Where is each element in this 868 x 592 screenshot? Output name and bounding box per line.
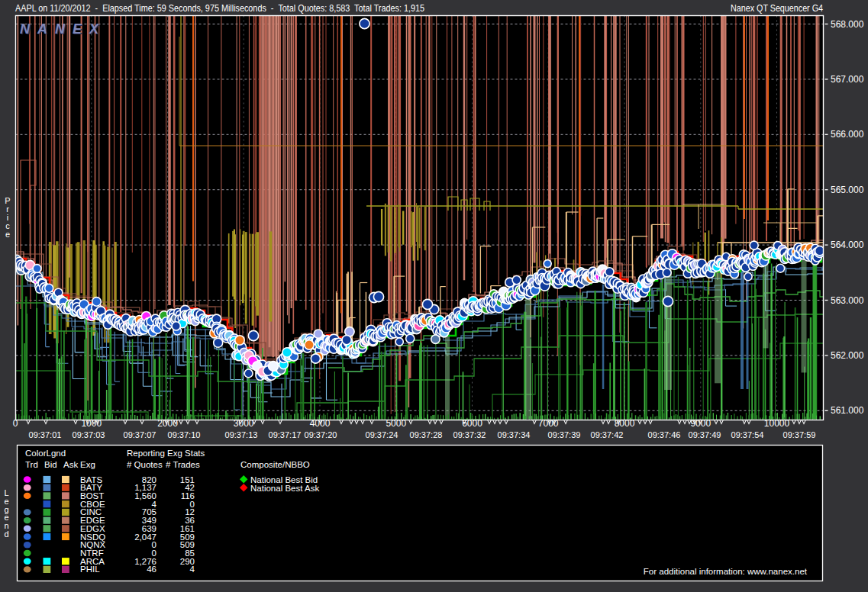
svg-text:# Quotes: # Quotes <box>127 460 163 469</box>
svg-text:# Trades: # Trades <box>166 460 200 469</box>
svg-text:562.000: 562.000 <box>831 350 864 361</box>
svg-text:09:37:28: 09:37:28 <box>410 430 443 439</box>
svg-text:09:37:59: 09:37:59 <box>783 430 816 439</box>
svg-text:2000: 2000 <box>157 418 178 429</box>
svg-text:Composite/NBBO: Composite/NBBO <box>240 460 310 469</box>
svg-text:09:37:34: 09:37:34 <box>498 430 531 439</box>
svg-text:09:37:46: 09:37:46 <box>648 430 681 439</box>
svg-text:Trd: Trd <box>25 460 38 469</box>
svg-text:Ask: Ask <box>63 460 78 469</box>
svg-text:AAPL on 11/20/2012 - Elapsed: AAPL on 11/20/2012 - Elapsed Time: 59 Se… <box>15 3 424 14</box>
svg-text:4: 4 <box>190 565 195 574</box>
svg-text:46: 46 <box>147 565 156 574</box>
svg-text:9000: 9000 <box>690 418 711 429</box>
svg-text:09:37:03: 09:37:03 <box>73 430 105 439</box>
svg-text:d: d <box>4 529 8 539</box>
svg-text:568.000: 568.000 <box>831 19 864 30</box>
svg-text:564.000: 564.000 <box>831 240 864 250</box>
svg-text:09:37:13: 09:37:13 <box>225 430 258 439</box>
svg-text:565.000: 565.000 <box>831 185 864 195</box>
svg-text:10000: 10000 <box>764 418 790 429</box>
svg-text:09:37:01: 09:37:01 <box>29 430 62 439</box>
svg-text:Reporting Exg Stats: Reporting Exg Stats <box>127 449 205 458</box>
svg-text:NANEX: NANEX <box>20 21 106 37</box>
svg-text:Nanex QT Sequencer G4: Nanex QT Sequencer G4 <box>731 3 823 14</box>
svg-text:Bid: Bid <box>44 460 57 469</box>
svg-text:Exg: Exg <box>80 460 95 469</box>
svg-text:561.000: 561.000 <box>831 405 864 416</box>
svg-text:7000: 7000 <box>538 418 559 429</box>
svg-text:09:37:49: 09:37:49 <box>689 430 721 439</box>
svg-text:09:37:10: 09:37:10 <box>168 430 201 439</box>
svg-text:567.000: 567.000 <box>831 74 864 85</box>
svg-text:566.000: 566.000 <box>831 129 864 140</box>
svg-text:5000: 5000 <box>386 418 406 429</box>
svg-text:1000: 1000 <box>81 418 102 429</box>
svg-text:09:37:07: 09:37:07 <box>124 430 156 439</box>
svg-text:ColorLgnd: ColorLgnd <box>25 449 66 458</box>
svg-text:For additional information: ww: For additional information: www.nanex.ne… <box>644 567 808 576</box>
svg-text:National Best Ask: National Best Ask <box>250 484 319 493</box>
svg-text:e: e <box>5 230 10 239</box>
svg-text:09:37:39: 09:37:39 <box>548 430 581 439</box>
svg-text:09:37:17: 09:37:17 <box>269 430 302 439</box>
svg-text:0: 0 <box>13 418 18 429</box>
svg-text:8000: 8000 <box>615 418 635 429</box>
svg-text:09:37:32: 09:37:32 <box>453 430 486 439</box>
svg-text:563.000: 563.000 <box>831 295 864 306</box>
svg-text:09:37:20: 09:37:20 <box>305 430 337 439</box>
svg-text:3000: 3000 <box>234 418 254 429</box>
svg-text:PHIL: PHIL <box>80 565 100 574</box>
svg-text:09:37:42: 09:37:42 <box>591 430 624 439</box>
svg-text:09:37:24: 09:37:24 <box>366 430 399 439</box>
svg-text:09:37:54: 09:37:54 <box>731 430 764 439</box>
svg-text:6000: 6000 <box>462 418 482 429</box>
